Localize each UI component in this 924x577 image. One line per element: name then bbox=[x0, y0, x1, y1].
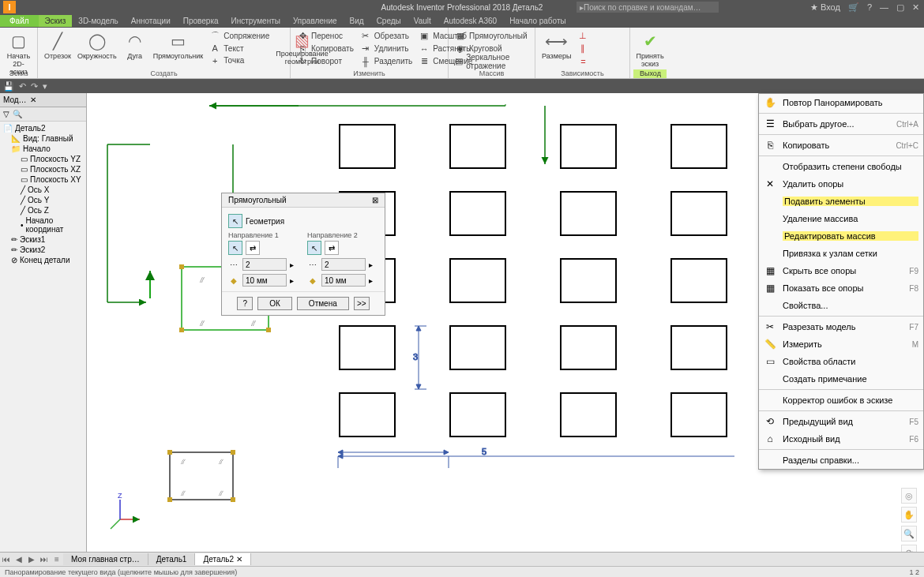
tree-plane-xy[interactable]: ▭ Плоскость XY bbox=[2, 174, 85, 185]
point-button[interactable]: +Точка bbox=[208, 54, 271, 66]
doc-tab-detail1[interactable]: Деталь1 bbox=[148, 553, 196, 565]
pattern-rect-button[interactable]: ▦Прямоугольный bbox=[453, 30, 530, 42]
ctx-item[interactable]: Свойства... bbox=[759, 297, 923, 314]
ctx-item[interactable]: ☰Выбрать другое...Ctrl+A bbox=[759, 115, 923, 133]
ctx-item[interactable]: ✂Разрезать модельF7 bbox=[759, 318, 923, 335]
minimize-icon[interactable]: — bbox=[880, 2, 888, 12]
qat-undo-icon[interactable]: ↶ bbox=[19, 81, 26, 92]
tree-plane-xz[interactable]: ▭ Плоскость XZ bbox=[2, 164, 85, 174]
dir1-pick-button[interactable]: ↖ bbox=[228, 241, 242, 255]
tree-axis-z[interactable]: ╱ Ось Z bbox=[2, 205, 85, 215]
dimension-button[interactable]: ⟷Размеры bbox=[539, 29, 574, 68]
tab-nav-list[interactable]: ≡ bbox=[51, 555, 63, 564]
dir1-flip-button[interactable]: ⇄ bbox=[246, 241, 260, 255]
qat-more-icon[interactable]: ▾ bbox=[43, 81, 47, 92]
tab-nav-last[interactable]: ⏭ bbox=[38, 555, 51, 564]
circle-button[interactable]: ◯Окружность bbox=[74, 29, 120, 67]
close-icon[interactable]: ✕ bbox=[912, 2, 919, 13]
tree-plane-yz[interactable]: ▭ Плоскость YZ bbox=[2, 154, 85, 164]
split-button[interactable]: ╫Разделить bbox=[359, 55, 414, 67]
tab-manage[interactable]: Управление bbox=[287, 15, 344, 27]
mirror-button[interactable]: ▤Зеркальное отражение bbox=[453, 55, 530, 67]
ctx-item[interactable]: ⎘КопироватьCtrl+C bbox=[759, 137, 923, 154]
nav-wheel-icon[interactable]: ◎ bbox=[901, 488, 917, 504]
ctx-item[interactable]: Удаление массива bbox=[759, 210, 923, 227]
tab-nav-prev[interactable]: ◀ bbox=[13, 555, 25, 564]
tree-axis-x[interactable]: ╱ Ось X bbox=[2, 185, 85, 195]
tab-env[interactable]: Среды bbox=[370, 15, 408, 27]
constraint-row1[interactable]: ⊥ bbox=[576, 30, 590, 42]
search-icon[interactable]: 🔍 bbox=[13, 110, 22, 118]
tree-sketch1[interactable]: ✏ Эскиз1 bbox=[2, 234, 85, 245]
tab-3dmodel[interactable]: 3D-модель bbox=[72, 15, 124, 27]
ctx-item[interactable]: Отобразить степени свободы bbox=[759, 158, 923, 175]
tree-root[interactable]: 📄 Деталь2 bbox=[2, 123, 85, 133]
mate-button[interactable]: ⌒Сопряжение bbox=[208, 30, 271, 42]
ctx-item[interactable]: ⌂Исходный видF6 bbox=[759, 430, 923, 448]
select-geometry-button[interactable]: ↖ bbox=[228, 214, 242, 228]
doc-tab-home[interactable]: Моя главная стр… bbox=[63, 553, 148, 565]
login-link[interactable]: ★ Вход bbox=[810, 2, 840, 13]
move-button[interactable]: ✥Перенос bbox=[295, 30, 355, 42]
tab-vault[interactable]: Vault bbox=[408, 15, 438, 27]
tab-nav-first[interactable]: ⏮ bbox=[0, 555, 13, 564]
qat-save-icon[interactable]: 💾 bbox=[3, 81, 14, 92]
text-button[interactable]: AТекст bbox=[208, 43, 271, 54]
finish-sketch-button[interactable]: ✔Принять эскиз bbox=[633, 29, 667, 69]
browser-tab[interactable]: Мод… bbox=[3, 96, 27, 104]
filter-icon[interactable]: ▽ bbox=[3, 110, 9, 118]
ctx-item[interactable]: ⟲Предыдущий видF5 bbox=[759, 413, 923, 430]
help-search[interactable]: ▸ Поиск по справке и командам… bbox=[577, 2, 719, 13]
tab-sketch[interactable]: Эскиз bbox=[39, 15, 73, 27]
qat-redo-icon[interactable]: ↷ bbox=[31, 81, 38, 92]
dialog-help-button[interactable]: ? bbox=[237, 297, 253, 310]
tree-end[interactable]: ⊘ Конец детали bbox=[2, 255, 85, 265]
ctx-item[interactable]: Привязка к узлам сетки bbox=[759, 245, 923, 262]
tree-origin-point[interactable]: • Начало координат bbox=[2, 215, 85, 234]
ctx-item[interactable]: Редактировать массив bbox=[759, 227, 923, 245]
trim-button[interactable]: ✂Обрезать bbox=[359, 30, 414, 42]
tree-sketch2[interactable]: ✏ Эскиз2 bbox=[2, 245, 85, 255]
copy-button[interactable]: ⎘Копировать bbox=[295, 43, 355, 54]
cart-icon[interactable]: 🛒 bbox=[848, 2, 859, 13]
ctx-item[interactable]: 📏ИзмеритьM bbox=[759, 335, 923, 353]
dialog-more-button[interactable]: >> bbox=[354, 297, 370, 310]
tab-start[interactable]: Начало работы bbox=[503, 15, 573, 27]
line-button[interactable]: ╱Отрезок bbox=[41, 29, 74, 67]
arc-button[interactable]: ◠Дуга bbox=[120, 29, 150, 67]
ctx-item[interactable]: Разделы справки... bbox=[759, 451, 923, 469]
ctx-item[interactable]: ▦Скрыть все опорыF9 bbox=[759, 262, 923, 279]
tab-a360[interactable]: Autodesk A360 bbox=[438, 15, 503, 27]
dir2-count-input[interactable] bbox=[321, 258, 366, 271]
dir2-flip-button[interactable]: ⇄ bbox=[325, 241, 339, 255]
tree-axis-y[interactable]: ╱ Ось Y bbox=[2, 195, 85, 205]
tab-annotate[interactable]: Аннотации bbox=[125, 15, 177, 27]
rotate-button[interactable]: ↻Поворот bbox=[295, 55, 355, 67]
ctx-item[interactable]: ▦Показать все опорыF8 bbox=[759, 279, 923, 297]
maximize-icon[interactable]: ▢ bbox=[896, 2, 904, 13]
tree-view[interactable]: 📐 Вид: Главный bbox=[2, 133, 85, 144]
tree-origin[interactable]: 📁 Начало bbox=[2, 144, 85, 154]
rect-button[interactable]: ▭Прямоугольник bbox=[150, 29, 207, 67]
ctx-item[interactable]: ✕Удалить опоры bbox=[759, 175, 923, 193]
constraint-row2[interactable]: ∥ bbox=[576, 43, 590, 54]
dialog-ok-button[interactable]: ОК bbox=[257, 297, 292, 310]
browser-close-icon[interactable]: ✕ bbox=[30, 96, 36, 104]
ctx-item[interactable]: ✋Повтор Панорамировать bbox=[759, 94, 923, 111]
ctx-item[interactable]: Подавить элементы bbox=[759, 193, 923, 210]
ctx-item[interactable]: Корректор ошибок в эскизе bbox=[759, 392, 923, 409]
nav-pan-icon[interactable]: ✋ bbox=[901, 507, 917, 523]
constraint-row3[interactable]: = bbox=[576, 55, 590, 67]
tab-file[interactable]: Файл bbox=[0, 15, 39, 27]
dir1-count-input[interactable] bbox=[242, 258, 287, 271]
ctx-item[interactable]: Создать примечание bbox=[759, 370, 923, 388]
dir1-dist-input[interactable] bbox=[242, 274, 287, 287]
tab-nav-next[interactable]: ▶ bbox=[25, 555, 38, 564]
help-icon[interactable]: ? bbox=[867, 2, 872, 12]
doc-tab-detail2[interactable]: Деталь2 ✕ bbox=[195, 553, 250, 565]
tab-inspect[interactable]: Проверка bbox=[177, 15, 225, 27]
exit-button[interactable]: Выход bbox=[633, 69, 667, 78]
ctx-item[interactable]: ▭Свойства области bbox=[759, 353, 923, 370]
tab-tools[interactable]: Инструменты bbox=[225, 15, 287, 27]
dir2-pick-button[interactable]: ↖ bbox=[307, 241, 321, 255]
